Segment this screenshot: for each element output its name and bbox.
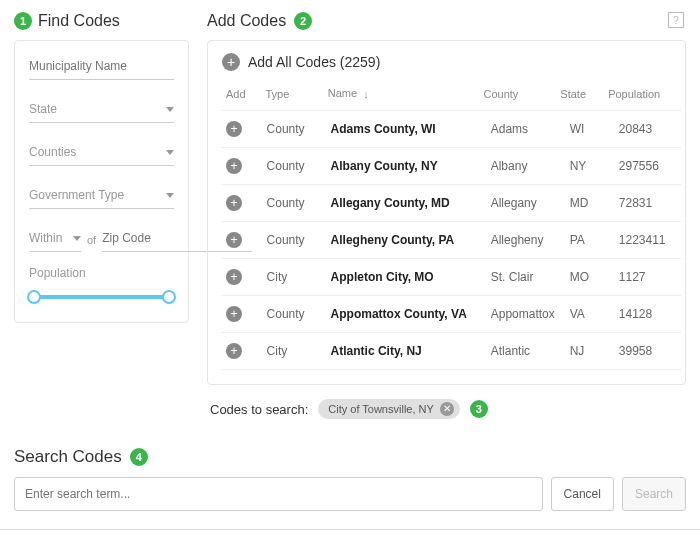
table-row: +CityAtlantic City, NJAtlanticNJ39958 <box>222 333 681 370</box>
table-row: +CountyAllegheny County, PAAlleghenyPA12… <box>222 222 681 259</box>
search-input[interactable] <box>14 477 543 511</box>
row-state: MO <box>566 259 615 296</box>
add-codes-panel: ? Add Codes 2 + Add All Codes (2259) Add… <box>207 12 686 385</box>
step-badge-3: 3 <box>470 400 488 418</box>
row-name[interactable]: Albany County, NY <box>327 148 487 185</box>
row-name[interactable]: Atlantic City, NJ <box>327 333 487 370</box>
row-state: NJ <box>566 333 615 370</box>
column-county[interactable]: County <box>480 81 557 110</box>
add-row-button[interactable]: + <box>226 121 242 137</box>
row-population: 271620 <box>615 370 681 381</box>
chevron-down-icon <box>73 236 81 241</box>
row-type: County <box>263 148 327 185</box>
government-type-label: Government Type <box>29 188 124 202</box>
row-county: Allegany <box>487 185 566 222</box>
row-county: St. Clair <box>487 259 566 296</box>
within-label: Within <box>29 231 62 245</box>
footer-divider <box>0 529 700 530</box>
add-codes-title: Add Codes <box>207 12 286 30</box>
add-row-button[interactable]: + <box>226 158 242 174</box>
row-population: 20843 <box>615 111 681 148</box>
chevron-down-icon <box>166 107 174 112</box>
within-select[interactable]: Within <box>29 227 81 252</box>
chip-remove-icon[interactable]: ✕ <box>440 402 454 416</box>
add-row-button[interactable]: + <box>226 269 242 285</box>
find-codes-panel: 1 Find Codes State Counties G <box>14 12 189 385</box>
row-state: PA <box>566 222 615 259</box>
row-county: Atlantic <box>487 370 566 381</box>
row-population: 1223411 <box>615 222 681 259</box>
plus-icon: + <box>222 53 240 71</box>
government-type-select[interactable]: Government Type <box>29 184 174 209</box>
population-label: Population <box>29 266 174 280</box>
codes-to-search-label: Codes to search: <box>210 402 308 417</box>
table-row: +CountyAtlantic County, NJAtlanticNJ2716… <box>222 370 681 381</box>
row-name[interactable]: Appleton City, MO <box>327 259 487 296</box>
counties-select[interactable]: Counties <box>29 141 174 166</box>
search-button[interactable]: Search <box>622 477 686 511</box>
row-state: NJ <box>566 370 615 381</box>
slider-track <box>29 295 174 299</box>
row-state: NY <box>566 148 615 185</box>
chevron-down-icon <box>166 193 174 198</box>
step-badge-4: 4 <box>130 448 148 466</box>
column-name-label: Name <box>328 87 357 99</box>
row-county: Albany <box>487 148 566 185</box>
row-population: 72831 <box>615 185 681 222</box>
column-name[interactable]: Name ↓ <box>324 81 480 110</box>
column-state[interactable]: State <box>556 81 604 110</box>
slider-handle-min[interactable] <box>27 290 41 304</box>
state-select[interactable]: State <box>29 98 174 123</box>
help-icon[interactable]: ? <box>668 12 684 28</box>
codes-to-search-row: Codes to search: City of Townsville, NY✕… <box>210 399 700 419</box>
row-type: County <box>263 296 327 333</box>
row-population: 297556 <box>615 148 681 185</box>
chip-label: City of Townsville, NY <box>328 403 434 415</box>
add-row-button[interactable]: + <box>226 232 242 248</box>
codes-table-body[interactable]: +CountyAdams County, WIAdamsWI20843+Coun… <box>222 110 681 380</box>
search-codes-title: Search Codes <box>14 447 122 467</box>
row-name[interactable]: Allegheny County, PA <box>327 222 487 259</box>
row-county: Adams <box>487 111 566 148</box>
row-type: County <box>263 370 327 381</box>
row-name[interactable]: Adams County, WI <box>327 111 487 148</box>
slider-handle-max[interactable] <box>162 290 176 304</box>
sort-arrow-down-icon: ↓ <box>363 88 369 100</box>
table-row: +CountyAdams County, WIAdamsWI20843 <box>222 111 681 148</box>
row-type: County <box>263 222 327 259</box>
cancel-button[interactable]: Cancel <box>551 477 614 511</box>
row-state: WI <box>566 111 615 148</box>
row-county: Atlantic <box>487 333 566 370</box>
table-row: +CountyAllegany County, MDAlleganyMD7283… <box>222 185 681 222</box>
of-label: of <box>87 234 96 252</box>
add-row-button[interactable]: + <box>226 306 242 322</box>
row-state: VA <box>566 296 615 333</box>
row-county: Allegheny <box>487 222 566 259</box>
row-population: 1127 <box>615 259 681 296</box>
row-type: County <box>263 111 327 148</box>
column-add: Add <box>222 81 261 110</box>
add-row-button[interactable]: + <box>226 195 242 211</box>
row-state: MD <box>566 185 615 222</box>
table-row: +CountyAlbany County, NYAlbanyNY297556 <box>222 148 681 185</box>
column-type[interactable]: Type <box>261 81 323 110</box>
row-name[interactable]: Allegany County, MD <box>327 185 487 222</box>
row-type: County <box>263 185 327 222</box>
table-row: +CityAppleton City, MOSt. ClairMO1127 <box>222 259 681 296</box>
add-row-button[interactable]: + <box>226 343 242 359</box>
step-badge-2: 2 <box>294 12 312 30</box>
row-population: 14128 <box>615 296 681 333</box>
counties-select-label: Counties <box>29 145 76 159</box>
municipality-name-input[interactable] <box>29 55 174 80</box>
population-slider[interactable] <box>29 290 174 304</box>
row-name[interactable]: Appomattox County, VA <box>327 296 487 333</box>
find-codes-title: Find Codes <box>38 12 120 30</box>
column-population[interactable]: Population <box>604 81 668 110</box>
selected-code-chip: City of Townsville, NY✕ <box>318 399 460 419</box>
add-all-codes-button[interactable]: + Add All Codes (2259) <box>222 53 681 71</box>
table-row: +CountyAppomattox County, VAAppomattoxVA… <box>222 296 681 333</box>
row-name[interactable]: Atlantic County, NJ <box>327 370 487 381</box>
add-all-codes-label: Add All Codes (2259) <box>248 54 380 70</box>
step-badge-1: 1 <box>14 12 32 30</box>
row-type: City <box>263 259 327 296</box>
